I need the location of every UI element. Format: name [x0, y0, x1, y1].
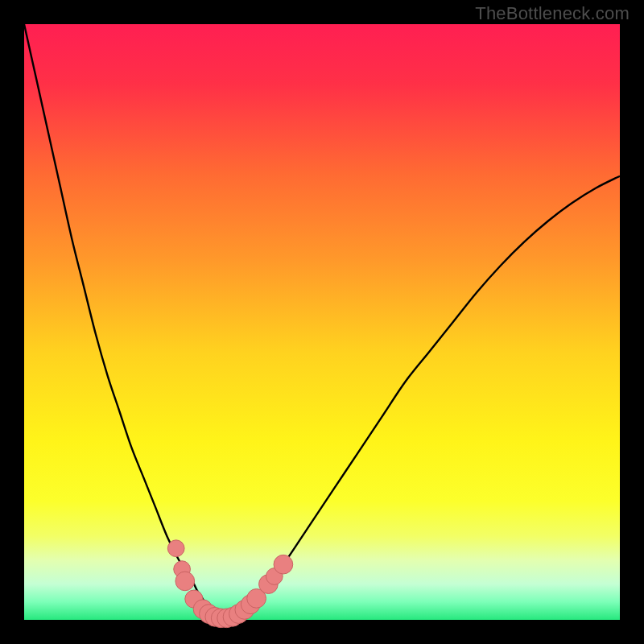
bottleneck-chart: [0, 0, 644, 644]
curve-marker: [274, 555, 293, 574]
chart-frame: TheBottleneck.com: [0, 0, 644, 644]
attribution-text: TheBottleneck.com: [475, 3, 630, 24]
curve-marker: [167, 540, 184, 557]
curve-marker: [175, 572, 195, 591]
plot-background: [24, 24, 620, 620]
